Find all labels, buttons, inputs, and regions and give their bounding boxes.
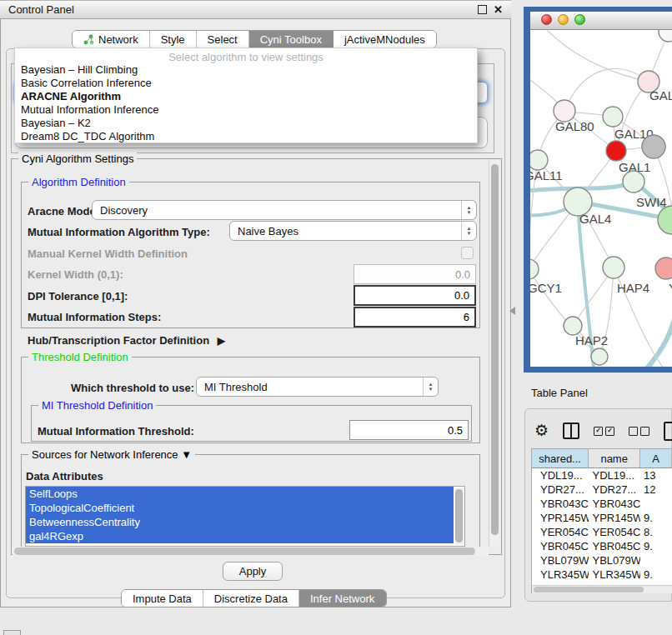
bottom-tab-impute-data[interactable]: Impute Data xyxy=(122,590,203,607)
column-header-name[interactable]: name xyxy=(589,449,640,468)
network-node-swi4[interactable] xyxy=(623,171,644,192)
network-window-titlebar[interactable] xyxy=(530,12,672,30)
settings-gear-icon[interactable]: ⚙ xyxy=(534,422,549,439)
zoom-traffic-light-icon[interactable] xyxy=(574,14,585,25)
column-header-a[interactable]: A xyxy=(640,449,672,468)
network-node[interactable] xyxy=(659,30,672,42)
table-cell: 8. xyxy=(640,525,672,539)
node-label-gcy1: GCY1 xyxy=(530,281,562,295)
bottom-tab-discretize-data[interactable]: Discretize Data xyxy=(203,590,299,607)
table-row[interactable]: YBR045CYBR045C9. xyxy=(532,539,672,553)
algorithm-option-mutual-information-inference[interactable]: Mutual Information Inference xyxy=(15,103,477,117)
network-node[interactable] xyxy=(658,206,672,234)
scrollbar-thumb[interactable] xyxy=(14,548,475,555)
select-checkboxes-icon[interactable]: ✓ ✓ xyxy=(594,427,614,436)
mi-threshold-field[interactable] xyxy=(349,420,469,440)
network-canvas[interactable]: GALGAL80GAL10GAL1GAL11SWI4GAL4GCY1HAP4YH… xyxy=(530,30,672,367)
network-node-gal10[interactable] xyxy=(603,107,623,127)
network-node-gal11[interactable] xyxy=(530,150,548,170)
node-attribute-table[interactable]: shared...nameAYDL19...YDL19...13YDR27...… xyxy=(531,448,672,593)
tab-network[interactable]: Network xyxy=(73,31,150,48)
network-node[interactable] xyxy=(591,348,608,365)
bottom-tab-strip: Impute DataDiscretize DataInfer Network xyxy=(121,589,387,608)
which-threshold-value: MI Threshold xyxy=(197,381,423,393)
table-cell: YDL19... xyxy=(589,468,640,482)
tab-jactivemnodules-label: jActiveMNodules xyxy=(344,33,425,46)
kernel-width-label: Kernel Width (0,1): xyxy=(28,268,123,281)
table-cell: YDR27... xyxy=(589,482,640,497)
attribute-item-gal4rgexp[interactable]: gal4RGexp xyxy=(26,529,454,543)
split-columns-icon[interactable] xyxy=(563,422,579,439)
bottom-tab-infer-network-label: Infer Network xyxy=(310,592,374,605)
aracne-mode-combo[interactable]: Discovery xyxy=(92,200,477,220)
table-cell: YBR043C xyxy=(532,497,589,511)
close-icon[interactable]: ✕ xyxy=(494,4,503,15)
table-row[interactable]: YBL079WYBL079W xyxy=(532,553,672,568)
mi-type-value: Naive Bayes xyxy=(230,225,461,238)
network-node-gcy1[interactable] xyxy=(530,259,539,279)
table-cell: YBL079W xyxy=(532,553,589,568)
network-node-hap4[interactable] xyxy=(603,257,624,278)
panel-divider-grip-icon[interactable] xyxy=(509,307,515,315)
algorithm-option-aracne-algorithm[interactable]: ARACNE Algorithm xyxy=(15,90,477,103)
attribute-item-betweennesscentrality[interactable]: BetweennessCentrality xyxy=(26,515,454,529)
manual-kernel-checkbox[interactable] xyxy=(461,247,474,259)
data-attributes-label: Data Attributes xyxy=(26,470,103,482)
minimize-traffic-light-icon[interactable] xyxy=(558,14,569,25)
control-panel-title: Control Panel xyxy=(0,3,74,16)
dpi-tolerance-field[interactable] xyxy=(354,285,476,306)
node-label-gal4: GAL4 xyxy=(579,212,611,226)
tab-style[interactable]: Style xyxy=(150,31,197,48)
kernel-width-field[interactable] xyxy=(354,264,476,284)
network-node-y[interactable] xyxy=(655,258,672,279)
apply-button[interactable]: Apply xyxy=(223,562,283,581)
corner-partial-button[interactable] xyxy=(3,630,21,635)
algorithm-option-bayesian-k2[interactable]: Bayesian – K2 xyxy=(15,117,477,130)
mi-steps-field[interactable] xyxy=(354,307,476,328)
table-cell: YLR345W xyxy=(532,568,589,582)
table-cell: 13 xyxy=(640,468,672,482)
close-traffic-light-icon[interactable] xyxy=(541,14,552,25)
column-header-shared[interactable]: shared... xyxy=(532,449,589,468)
data-attributes-list[interactable]: SelfLoopsTopologicalCoefficientBetweenne… xyxy=(25,486,465,547)
manual-kernel-label: Manual Kernel Width Definition xyxy=(28,248,188,260)
algorithm-option-basic-correlation-inference[interactable]: Basic Correlation Inference xyxy=(15,77,477,90)
table-cell: YDR27... xyxy=(532,482,589,497)
table-row[interactable]: YBR043CYBR043C xyxy=(532,497,672,511)
network-node-hap2[interactable] xyxy=(564,317,582,335)
bottom-tab-infer-network[interactable]: Infer Network xyxy=(299,590,386,607)
table-row[interactable]: YDR27...YDR27...12 xyxy=(532,482,672,497)
new-table-icon[interactable] xyxy=(664,422,672,441)
deselect-checkboxes-icon[interactable] xyxy=(629,427,649,436)
scrollbar-thumb[interactable] xyxy=(534,587,644,592)
collapse-arrow-icon: ▼ xyxy=(181,448,192,461)
algorithm-option-bayesian-hill-climbing[interactable]: Bayesian – Hill Climbing xyxy=(15,63,477,77)
float-window-icon[interactable] xyxy=(478,5,487,14)
node-label-gal80: GAL80 xyxy=(555,119,594,133)
table-row[interactable]: YLR345WYLR345W9. xyxy=(532,568,672,582)
sources-title[interactable]: Sources for Network Inference ▼ xyxy=(28,448,195,461)
which-threshold-label: Which threshold to use: xyxy=(71,382,194,394)
scrollbar-thumb[interactable] xyxy=(455,489,463,542)
attribute-item-selfloops[interactable]: SelfLoops xyxy=(26,487,454,501)
network-node[interactable] xyxy=(642,135,665,158)
tab-select[interactable]: Select xyxy=(197,31,249,48)
dpi-tolerance-label: DPI Tolerance [0,1]: xyxy=(28,290,128,302)
table-row[interactable]: YDL19...YDL19...13 xyxy=(532,468,672,482)
which-threshold-combo[interactable]: MI Threshold xyxy=(196,377,439,397)
table-cell: YLR345W xyxy=(589,568,640,582)
table-cell: YPR145W xyxy=(589,511,640,525)
network-node-gal1[interactable] xyxy=(606,141,626,161)
tab-jactivemnodules[interactable]: jActiveMNodules xyxy=(333,31,436,48)
mi-threshold-label: Mutual Information Threshold: xyxy=(38,425,194,438)
table-row[interactable]: YPR145WYPR145W9. xyxy=(532,511,672,525)
scrollbar-thumb[interactable] xyxy=(491,164,499,535)
tab-cyni-toolbox[interactable]: Cyni Toolbox xyxy=(249,31,333,48)
combo-stepper-icon xyxy=(423,378,438,396)
attribute-item-topologicalcoefficient[interactable]: TopologicalCoefficient xyxy=(26,501,454,515)
hub-definition-expander[interactable]: Hub/Transcription Factor Definition ▶ xyxy=(28,334,225,347)
table-row[interactable]: YER054CYER054C8. xyxy=(532,525,672,539)
mi-type-combo[interactable]: Naive Bayes xyxy=(229,221,477,241)
algorithm-option-dream8-dc-tdc-algorithm[interactable]: Dream8 DC_TDC Algorithm xyxy=(15,130,477,143)
algorithm-definition-title: Algorithm Definition xyxy=(28,176,129,188)
